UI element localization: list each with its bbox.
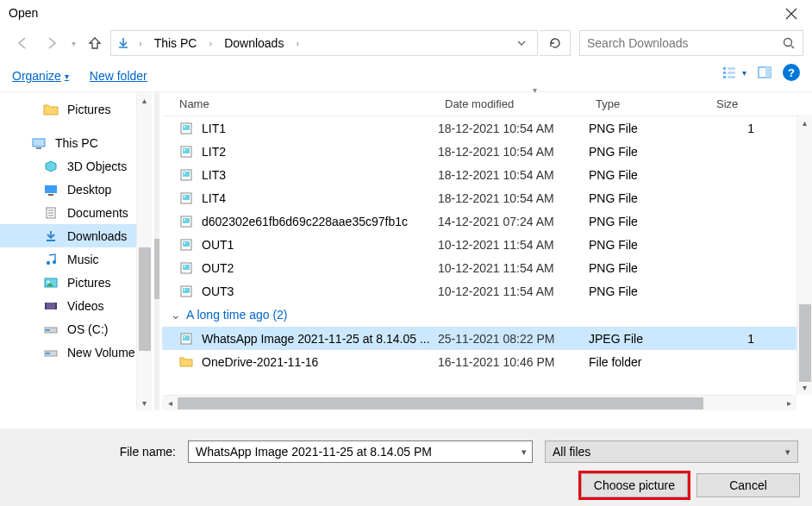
svg-rect-9 <box>33 139 45 147</box>
chevron-down-icon[interactable]: ▾ <box>533 85 537 95</box>
file-row[interactable]: OUT210-12-2021 11:54 AMPNG File <box>162 256 812 279</box>
scroll-left-icon[interactable]: ◂ <box>162 396 178 410</box>
sidebar-item-documents[interactable]: Documents <box>0 201 152 224</box>
refresh-button[interactable] <box>540 30 571 56</box>
column-name[interactable]: Name <box>162 97 438 110</box>
close-icon[interactable] <box>783 5 800 22</box>
scroll-right-icon[interactable]: ▸ <box>781 396 796 410</box>
sidebar-item-3d-objects[interactable]: 3D Objects <box>0 154 152 178</box>
column-type[interactable]: Type <box>589 97 709 110</box>
file-date: 18-12-2021 10:54 AM <box>438 191 589 205</box>
image-file-icon <box>179 122 193 135</box>
svg-rect-47 <box>183 288 190 293</box>
sidebar-item-music[interactable]: Music <box>0 247 152 271</box>
file-row[interactable]: OneDrive-2021-11-1616-11-2021 10:46 PMFi… <box>162 350 812 373</box>
breadcrumb-downloads[interactable]: Downloads <box>221 34 287 52</box>
chevron-down-icon[interactable]: ▾ <box>785 447 790 458</box>
sidebar-item-pictures[interactable]: Pictures <box>0 271 152 294</box>
file-row[interactable]: LIT118-12-2021 10:54 AMPNG File1 <box>162 116 812 140</box>
scroll-down-icon[interactable]: ▾ <box>797 379 812 395</box>
scroll-thumb[interactable] <box>178 397 703 409</box>
file-name: OUT2 <box>202 261 234 275</box>
help-button[interactable]: ? <box>783 64 800 81</box>
address-bar[interactable]: › This PC › Downloads › <box>110 30 538 56</box>
chevron-down-icon: ▾ <box>65 72 69 81</box>
file-name: LIT4 <box>202 191 226 205</box>
address-dropdown-icon[interactable] <box>511 38 532 48</box>
sidebar-item-desktop[interactable]: Desktop <box>0 178 152 201</box>
filelist-hscrollbar[interactable]: ◂ ▸ <box>162 395 796 410</box>
file-name: OUT3 <box>202 284 234 298</box>
sidebar-scrollbar[interactable]: ▴ ▾ <box>136 92 152 410</box>
view-options[interactable]: ▾ <box>721 65 746 80</box>
preview-pane-button[interactable] <box>757 65 772 80</box>
file-date: 25-11-2021 08:22 PM <box>438 332 589 346</box>
pane-splitter[interactable] <box>152 92 162 410</box>
sidebar-item-os-c-[interactable]: OS (C:) <box>0 317 152 340</box>
sidebar-item-new-volume-d-[interactable]: New Volume (D:) <box>0 340 152 364</box>
sidebar-item-videos[interactable]: Videos <box>0 294 152 317</box>
chevron-right-icon: › <box>292 38 303 48</box>
recent-dropdown-icon[interactable]: ▾ <box>67 29 79 57</box>
column-date[interactable]: Date modified <box>438 97 589 110</box>
breadcrumb-this-pc[interactable]: This PC <box>151 34 201 52</box>
cancel-button[interactable]: Cancel <box>696 473 800 497</box>
filter-label: All files <box>553 445 590 459</box>
downloads-path-icon <box>116 36 130 50</box>
sidebar-item-label: Downloads <box>67 229 127 243</box>
back-button[interactable] <box>9 29 36 57</box>
svg-rect-32 <box>183 172 190 177</box>
svg-rect-22 <box>46 329 50 331</box>
search-input[interactable] <box>585 35 797 51</box>
up-button[interactable] <box>81 29 109 57</box>
file-row[interactable]: LIT418-12-2021 10:54 AMPNG File <box>162 186 812 209</box>
scroll-up-icon[interactable]: ▴ <box>797 115 812 130</box>
sidebar-item-label: Desktop <box>67 183 111 197</box>
filename-label: File name: <box>9 445 181 459</box>
image-file-icon <box>179 215 193 228</box>
svg-point-14 <box>47 260 50 264</box>
file-name: LIT2 <box>202 145 226 159</box>
scroll-up-icon[interactable]: ▴ <box>137 92 152 108</box>
folder-icon <box>43 103 59 116</box>
scroll-thumb[interactable] <box>139 247 151 351</box>
file-row[interactable]: LIT218-12-2021 10:54 AMPNG File <box>162 140 812 163</box>
filelist-vscrollbar[interactable]: ▴ ▾ <box>796 115 812 395</box>
filename-input[interactable] <box>194 444 527 459</box>
date-group-header[interactable]: ⌄A long time ago (2) <box>162 303 812 327</box>
file-row[interactable]: OUT110-12-2021 11:54 AMPNG File <box>162 233 812 256</box>
file-row[interactable]: OUT310-12-2021 11:54 AMPNG File <box>162 279 812 303</box>
file-type: PNG File <box>589 261 709 275</box>
file-type: PNG File <box>589 191 709 205</box>
search-box[interactable] <box>579 30 803 56</box>
sidebar-item-this-pc[interactable]: This PC <box>0 131 152 154</box>
file-date: 10-12-2021 11:54 AM <box>438 261 589 275</box>
svg-rect-6 <box>728 76 735 78</box>
file-name: LIT3 <box>202 168 226 182</box>
filetype-filter[interactable]: All files ▾ <box>545 440 798 463</box>
forward-button[interactable] <box>38 29 66 57</box>
file-date: 18-12-2021 10:54 AM <box>438 122 589 135</box>
file-row[interactable]: LIT318-12-2021 10:54 AMPNG File <box>162 163 812 186</box>
svg-rect-44 <box>183 265 190 270</box>
scroll-down-icon[interactable]: ▾ <box>137 395 152 410</box>
filename-combobox[interactable]: ▾ <box>188 440 533 463</box>
sidebar-item-label: Documents <box>67 206 128 220</box>
new-folder-button[interactable]: New folder <box>90 69 147 83</box>
organize-menu[interactable]: Organize ▾ <box>12 69 69 83</box>
window-title: Open <box>9 6 38 20</box>
chevron-down-icon[interactable]: ▾ <box>522 447 527 458</box>
sidebar-item-pictures[interactable]: Pictures <box>0 97 152 121</box>
sidebar-item-label: Videos <box>67 299 104 313</box>
column-size[interactable]: Size <box>709 97 761 110</box>
column-headers: ▾ Name Date modified Type Size <box>162 92 812 116</box>
file-size: 1 <box>709 122 761 135</box>
file-row[interactable]: WhatsApp Image 2021-11-25 at 8.14.05 ...… <box>162 327 812 350</box>
choose-picture-button[interactable]: Choose picture <box>581 473 688 497</box>
sidebar-item-downloads[interactable]: Downloads <box>0 224 152 247</box>
file-date: 14-12-2021 07:24 AM <box>438 215 589 228</box>
svg-point-33 <box>184 172 185 174</box>
scroll-thumb[interactable] <box>799 304 811 382</box>
toolbar: Organize ▾ New folder ▾ ? <box>0 60 812 91</box>
file-row[interactable]: d602302e61fb6d69c228aae35c97fb1c14-12-20… <box>162 209 812 233</box>
